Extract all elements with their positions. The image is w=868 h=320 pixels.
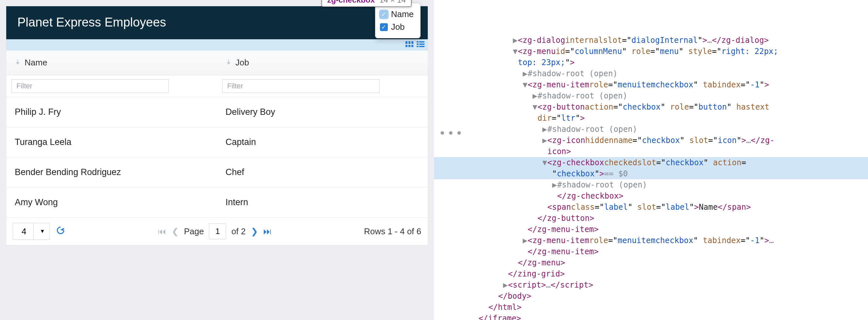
inspector-tooltip: zg-checkbox 14 × 14: [322, 0, 411, 7]
cell-job: Chef: [217, 157, 428, 187]
disclosure-triangle-icon[interactable]: ▶: [542, 124, 547, 135]
disclosure-triangle-icon[interactable]: ▶: [542, 135, 547, 146]
table-row[interactable]: Bender Bending RodriguezChef: [6, 157, 428, 187]
layout-row-icon[interactable]: [416, 41, 425, 48]
dom-line[interactable]: </zg-menu>: [434, 257, 868, 268]
dom-line[interactable]: </body>: [434, 290, 868, 302]
filter-input-name[interactable]: [11, 79, 169, 93]
inspector-tooltip-dims: 14 × 14: [379, 0, 406, 5]
disclosure-triangle-icon[interactable]: ▶: [522, 68, 528, 79]
disclosure-triangle-icon[interactable]: ▶: [513, 35, 518, 46]
dom-line[interactable]: ▼ <zg-menu-item role="menuitemcheckbox" …: [434, 79, 868, 90]
svg-rect-11: [419, 46, 425, 47]
last-page-button[interactable]: ⏭: [264, 226, 272, 237]
disclosure-triangle-icon[interactable]: ▼: [513, 46, 518, 57]
table-row[interactable]: Amy WongIntern: [6, 187, 428, 218]
dom-line[interactable]: ▶ #shadow-root (open): [434, 179, 868, 190]
checkbox-icon[interactable]: ✓: [380, 10, 388, 18]
column-menu-label: Name: [391, 9, 414, 19]
devtools-elements-pane[interactable]: ● ● ● ▶ <zg-dialog internal slot="dialog…: [434, 0, 868, 320]
dom-line[interactable]: icon>: [434, 146, 868, 157]
page-size-select[interactable]: 4 ▼: [13, 223, 50, 240]
svg-rect-3: [405, 45, 407, 47]
column-header-job[interactable]: Job: [217, 50, 428, 75]
cell-job: Intern: [217, 187, 428, 217]
dom-line[interactable]: </zg-button>: [434, 213, 868, 224]
svg-rect-1: [408, 41, 410, 44]
disclosure-triangle-icon[interactable]: ▶: [552, 179, 557, 190]
layout-card-icon[interactable]: [405, 41, 413, 48]
cell-job: Captain: [217, 127, 428, 157]
disclosure-triangle-icon[interactable]: ▶: [503, 279, 508, 290]
grid-control-bar: [6, 39, 428, 50]
column-menu-item[interactable]: ✓Job: [380, 21, 414, 33]
column-menu[interactable]: ✓Name✓Job: [375, 3, 421, 38]
first-page-button[interactable]: ⏮: [158, 226, 166, 237]
data-grid: Planet Express Employees zg-checkbox 14 …: [6, 6, 428, 245]
svg-rect-7: [419, 41, 425, 42]
preview-pane: Planet Express Employees zg-checkbox 14 …: [0, 0, 434, 320]
page-input[interactable]: [209, 223, 226, 239]
cell-name: Turanga Leela: [6, 127, 217, 157]
column-header-name[interactable]: Name: [6, 50, 217, 75]
dom-line[interactable]: ▶ #shadow-root (open): [434, 124, 868, 135]
dom-line[interactable]: ▼ <zg-menu id="columnMenu" role="menu" s…: [434, 46, 868, 57]
checkbox-icon[interactable]: ✓: [380, 23, 388, 31]
grid-header-row: Name Job: [6, 50, 428, 75]
dom-line[interactable]: </iframe>: [434, 313, 868, 320]
dom-line[interactable]: </html>: [434, 302, 868, 313]
reload-button[interactable]: [56, 225, 65, 238]
dom-line[interactable]: "checkbox"> == $0: [434, 168, 868, 179]
inspector-tooltip-tag: zg-checkbox: [327, 0, 375, 5]
chevron-down-icon: ▼: [33, 223, 50, 240]
dom-line[interactable]: ▶ #shadow-root (open): [434, 68, 868, 79]
dom-line[interactable]: dir="ltr">: [434, 113, 868, 124]
disclosure-triangle-icon[interactable]: ▶: [522, 235, 528, 246]
grid-pager: 4 ▼ ⏮ ❮ Page of 2 ❯ ⏭ Rows 1 - 4 of 6: [6, 218, 428, 245]
dom-line[interactable]: <span class="label" slot="label">Name</s…: [434, 202, 868, 213]
dom-line[interactable]: ▶ #shadow-root (open): [434, 90, 868, 101]
disclosure-triangle-icon[interactable]: ▼: [532, 101, 537, 113]
next-page-button[interactable]: ❯: [251, 226, 258, 237]
sort-icon: [226, 58, 231, 68]
filter-input-job[interactable]: [222, 79, 380, 93]
svg-rect-8: [416, 43, 418, 45]
dom-line[interactable]: ▶ <zg-menu-item role="menuitemcheckbox" …: [434, 235, 868, 246]
dom-line[interactable]: top: 23px;">: [434, 57, 868, 68]
prev-page-button[interactable]: ❮: [172, 226, 179, 237]
svg-rect-2: [411, 41, 413, 44]
svg-rect-0: [405, 41, 407, 44]
rows-summary: Rows 1 - 4 of 6: [364, 226, 421, 237]
svg-rect-9: [419, 43, 425, 45]
svg-rect-4: [408, 45, 410, 47]
grid-filter-row: [6, 75, 428, 97]
dom-line[interactable]: ▶ <script>…</script>: [434, 279, 868, 290]
cell-job: Delivery Boy: [217, 97, 428, 127]
table-row[interactable]: Philip J. FryDelivery Boy: [6, 97, 428, 127]
table-row[interactable]: Turanga LeelaCaptain: [6, 127, 428, 157]
svg-rect-6: [416, 41, 418, 42]
dom-line[interactable]: </zg-menu-item>: [434, 224, 868, 235]
disclosure-triangle-icon[interactable]: ▶: [532, 90, 537, 101]
dom-line[interactable]: ▼ <zg-button action="checkbox" role="but…: [434, 101, 868, 113]
disclosure-triangle-icon[interactable]: ▼: [542, 157, 547, 168]
cell-name: Philip J. Fry: [6, 97, 217, 127]
svg-rect-5: [411, 45, 413, 47]
column-menu-item[interactable]: ✓Name: [380, 8, 414, 21]
dom-line[interactable]: ▶ <zg-dialog internal slot="dialogIntern…: [434, 35, 868, 46]
dom-line[interactable]: ▶ <zg-icon hidden name="checkbox" slot="…: [434, 135, 868, 146]
selected-line-actions-icon[interactable]: ● ● ●: [438, 127, 464, 138]
dom-line[interactable]: ▼ <zg-checkbox checked slot="checkbox" a…: [434, 157, 868, 168]
disclosure-triangle-icon[interactable]: ▼: [522, 79, 528, 90]
grid-title: Planet Express Employees: [18, 15, 166, 29]
cell-name: Amy Wong: [6, 187, 217, 217]
column-menu-label: Job: [391, 22, 405, 32]
dom-line[interactable]: </zg-menu-item>: [434, 246, 868, 257]
cell-name: Bender Bending Rodriguez: [6, 157, 217, 187]
dom-line[interactable]: </zg-checkbox>: [434, 190, 868, 202]
sort-icon: [15, 58, 21, 68]
dom-line[interactable]: </zing-grid>: [434, 268, 868, 279]
svg-rect-10: [416, 46, 418, 47]
grid-caption: Planet Express Employees zg-checkbox 14 …: [6, 6, 428, 39]
